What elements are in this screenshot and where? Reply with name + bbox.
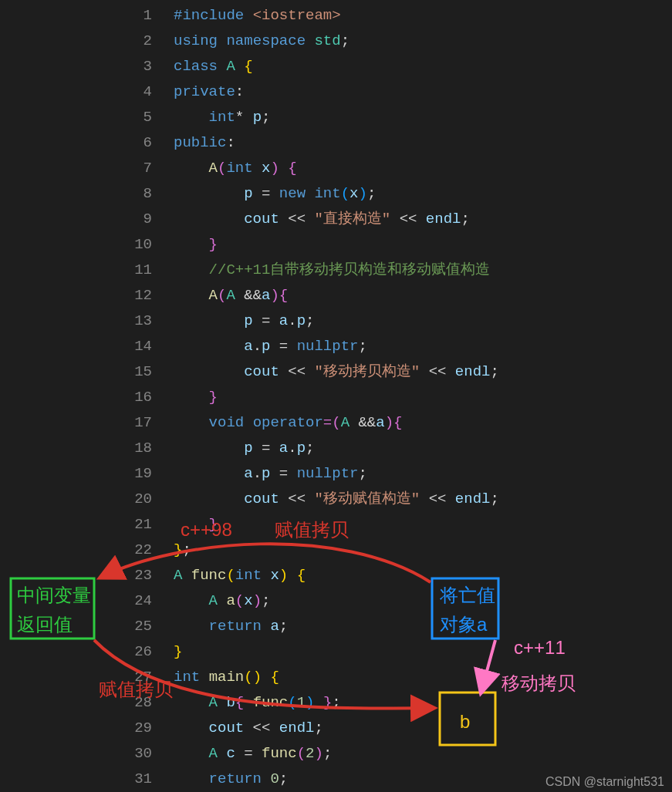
line-number: 22 [0, 538, 152, 563]
code-line[interactable]: } [174, 512, 672, 538]
code-line[interactable]: A(int x) { [174, 156, 672, 181]
line-number: 14 [0, 334, 152, 359]
line-number: 13 [0, 308, 152, 334]
line-number: 4 [0, 79, 152, 105]
code-line[interactable]: a.p = nullptr; [174, 461, 672, 487]
code-line[interactable]: A c = func(2); [174, 741, 672, 767]
line-number: 26 [0, 639, 152, 665]
line-number: 15 [0, 359, 152, 385]
line-number: 7 [0, 156, 152, 181]
line-number: 21 [0, 512, 152, 538]
line-number: 3 [0, 54, 152, 79]
line-number: 10 [0, 232, 152, 258]
code-line[interactable]: A b{ func(1) }; [174, 690, 672, 716]
code-area[interactable]: #include <iostream>using namespace std;c… [174, 3, 672, 792]
code-line[interactable]: } [174, 232, 672, 258]
line-number: 29 [0, 716, 152, 741]
code-line[interactable]: p = a.p; [174, 436, 672, 461]
line-number: 24 [0, 588, 152, 614]
line-number: 1 [0, 3, 152, 29]
code-line[interactable]: cout << "直接构造" << endl; [174, 207, 672, 232]
line-number: 2 [0, 29, 152, 54]
line-number: 20 [0, 487, 152, 512]
line-number: 30 [0, 741, 152, 767]
line-number: 11 [0, 258, 152, 283]
line-number: 9 [0, 207, 152, 232]
code-line[interactable]: public: [174, 130, 672, 156]
code-line[interactable]: A(A &&a){ [174, 283, 672, 308]
line-number: 6 [0, 130, 152, 156]
line-number: 28 [0, 690, 152, 716]
line-number: 12 [0, 283, 152, 308]
line-number-gutter: 1234567891011121314151617181920212223242… [0, 3, 174, 792]
code-line[interactable]: a.p = nullptr; [174, 334, 672, 359]
code-line[interactable]: return a; [174, 614, 672, 639]
line-number: 16 [0, 385, 152, 410]
line-number: 31 [0, 767, 152, 792]
code-editor[interactable]: 1234567891011121314151617181920212223242… [0, 0, 672, 792]
code-line[interactable]: using namespace std; [174, 29, 672, 54]
code-line[interactable]: p = a.p; [174, 308, 672, 334]
code-line[interactable]: cout << endl; [174, 716, 672, 741]
code-line[interactable]: A func(int x) { [174, 563, 672, 588]
code-line[interactable]: #include <iostream> [174, 3, 672, 29]
code-line[interactable]: int main() { [174, 665, 672, 690]
code-line[interactable]: void operator=(A &&a){ [174, 410, 672, 436]
code-line[interactable]: cout << "移动拷贝构造" << endl; [174, 359, 672, 385]
code-line[interactable]: private: [174, 79, 672, 105]
line-number: 27 [0, 665, 152, 690]
code-line[interactable]: //C++11自带移动拷贝构造和移动赋值构造 [174, 258, 672, 283]
line-number: 5 [0, 105, 152, 130]
watermark: CSDN @starnight531 [545, 775, 664, 789]
line-number: 19 [0, 461, 152, 487]
line-number: 18 [0, 436, 152, 461]
code-line[interactable]: int* p; [174, 105, 672, 130]
line-number: 8 [0, 181, 152, 207]
code-line[interactable]: } [174, 639, 672, 665]
line-number: 23 [0, 563, 152, 588]
code-line[interactable]: } [174, 385, 672, 410]
code-line[interactable]: class A { [174, 54, 672, 79]
code-line[interactable]: cout << "移动赋值构造" << endl; [174, 487, 672, 512]
code-line[interactable]: A a(x); [174, 588, 672, 614]
code-line[interactable]: }; [174, 538, 672, 563]
code-line[interactable]: p = new int(x); [174, 181, 672, 207]
line-number: 17 [0, 410, 152, 436]
line-number: 25 [0, 614, 152, 639]
